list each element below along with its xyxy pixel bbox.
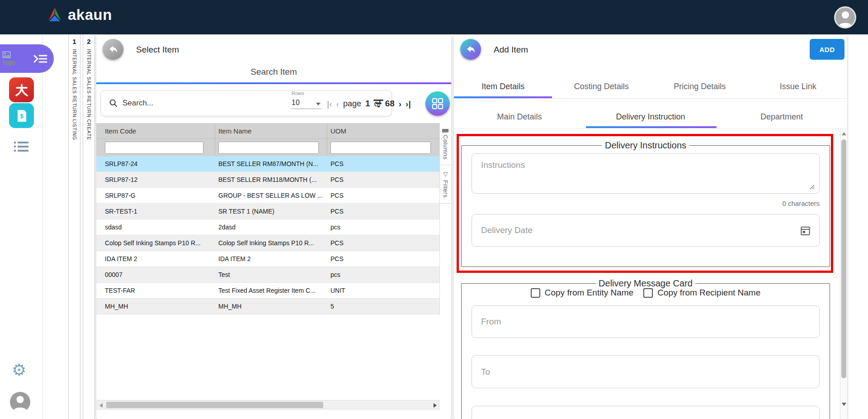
to-input[interactable] bbox=[481, 367, 810, 377]
chevron-down-icon bbox=[316, 103, 321, 105]
previous-page-icon[interactable]: ‹ bbox=[336, 100, 339, 108]
app-icon-red[interactable] bbox=[9, 77, 34, 102]
svg-text:$: $ bbox=[20, 113, 24, 119]
grid-view-button[interactable] bbox=[425, 91, 450, 116]
back-button[interactable] bbox=[103, 39, 123, 60]
column-header-item-name[interactable]: Item Name bbox=[215, 127, 327, 135]
horizontal-scroll-thumb[interactable] bbox=[106, 402, 323, 408]
of-word: of bbox=[374, 99, 381, 109]
scroll-right-icon[interactable] bbox=[434, 403, 437, 408]
brand-logo: akaun bbox=[46, 6, 112, 24]
detail-tabs: Item Details Costing Details Pricing Det… bbox=[454, 79, 847, 98]
table-row[interactable]: Colop Self Inking Stamps P10 R... Colop … bbox=[96, 235, 439, 251]
cell-item-code: SRLP87-12 bbox=[96, 176, 215, 183]
dollar-document-icon: $ bbox=[16, 109, 28, 123]
table-row[interactable]: SR-TEST-1 SR TEST 1 (NAME) PCS bbox=[96, 204, 439, 219]
page-word: page bbox=[343, 99, 361, 109]
rows-per-page-select[interactable]: Rows 10 bbox=[292, 90, 321, 109]
add-button[interactable]: ADD bbox=[810, 39, 844, 60]
scroll-down-icon[interactable] bbox=[842, 403, 846, 406]
filter-input-item-name[interactable] bbox=[218, 142, 319, 154]
to-field[interactable] bbox=[472, 355, 820, 388]
sidebar-profile-icon[interactable] bbox=[10, 392, 30, 412]
vertical-scrollbar[interactable] bbox=[840, 129, 847, 419]
brand-name: akaun bbox=[68, 6, 112, 24]
rows-value: 10 bbox=[292, 99, 300, 107]
list-menu-icon[interactable] bbox=[13, 140, 29, 155]
copy-options-row: Copy from Entity Name Copy from Recipien… bbox=[461, 288, 830, 298]
calendar-icon[interactable] bbox=[800, 225, 811, 236]
cell-item-code: sdasd bbox=[96, 224, 215, 231]
table-side-tools: |||| Columns ▽ Filters bbox=[440, 123, 451, 263]
message-field-partial[interactable] bbox=[472, 406, 820, 419]
search-icon bbox=[109, 99, 118, 108]
tab-issue-link[interactable]: Issue Link bbox=[749, 79, 848, 98]
subtab-department[interactable]: Department bbox=[716, 109, 847, 127]
nav-tab-internal-sales-return-create[interactable]: 2 INTERNAL SALES RETURN CREATE bbox=[83, 34, 95, 419]
columns-tool-button[interactable]: |||| Columns bbox=[440, 123, 451, 165]
cell-uom: PCS bbox=[327, 208, 440, 215]
filters-tool-button[interactable]: ▽ Filters bbox=[440, 165, 451, 204]
delivery-date-field[interactable] bbox=[472, 214, 820, 247]
copy-from-entity-name-option[interactable]: Copy from Entity Name bbox=[531, 288, 633, 298]
last-page-icon[interactable]: ›| bbox=[406, 100, 411, 108]
column-separator bbox=[327, 123, 327, 156]
app-icon-invoice[interactable]: $ bbox=[9, 103, 34, 128]
brand-triangle-icon bbox=[46, 7, 63, 23]
collapse-menu-icon[interactable] bbox=[33, 53, 47, 64]
tab-search-item[interactable]: Search Item bbox=[96, 67, 451, 77]
nav-tab-label: INTERNAL SALES RETURN LISTING bbox=[72, 49, 77, 140]
cell-item-name: Colop Self Inking Stamps P10 R... bbox=[215, 239, 327, 247]
cell-uom: PCS bbox=[327, 192, 440, 199]
tab-costing-details[interactable]: Costing Details bbox=[552, 79, 651, 98]
checkbox-icon[interactable] bbox=[643, 288, 653, 298]
grid-icon bbox=[432, 98, 443, 110]
column-header-uom[interactable]: UOM bbox=[327, 127, 440, 135]
filter-input-item-code[interactable] bbox=[105, 142, 203, 154]
cell-item-code: SRLP87-G bbox=[96, 192, 215, 199]
checkbox-label: Copy from Entity Name bbox=[545, 288, 633, 298]
horizontal-scrollbar[interactable] bbox=[97, 400, 439, 409]
scroll-up-icon[interactable] bbox=[842, 132, 846, 135]
tab-pricing-details[interactable]: Pricing Details bbox=[651, 79, 749, 98]
instructions-textarea[interactable] bbox=[481, 160, 810, 187]
table-filter-row bbox=[96, 139, 439, 156]
from-input[interactable] bbox=[481, 317, 810, 327]
scroll-left-icon[interactable] bbox=[99, 403, 103, 408]
nav-tab-number: 2 bbox=[83, 38, 94, 45]
delivery-date-input[interactable] bbox=[481, 225, 800, 235]
next-page-icon[interactable]: › bbox=[399, 100, 401, 108]
nav-tab-internal-sales-return-listing[interactable]: 1 INTERNAL SALES RETURN LISTING bbox=[68, 34, 80, 419]
table-row[interactable]: SRLP87-12 BEST SELLER RM118/MONTH (... P… bbox=[96, 172, 439, 188]
table-row[interactable]: TEST-FAR Test Fixed Asset Register Item … bbox=[96, 283, 439, 299]
table-row[interactable]: MH_MH MH_MH 5 bbox=[96, 299, 439, 314]
resize-handle-icon[interactable] bbox=[809, 184, 815, 190]
cell-item-name: Test Fixed Asset Register Item C... bbox=[215, 287, 327, 294]
subtab-delivery-instruction[interactable]: Delivery Instruction bbox=[585, 109, 716, 127]
vertical-scroll-thumb[interactable] bbox=[841, 139, 846, 378]
cell-item-code: TEST-FAR bbox=[96, 287, 215, 294]
table-row[interactable]: 00007 Test pcs bbox=[96, 267, 439, 283]
table-row[interactable]: sdasd 2dasd pcs bbox=[96, 219, 439, 235]
workspace-pill[interactable]: logo bbox=[0, 44, 54, 73]
back-button[interactable] bbox=[460, 39, 481, 60]
active-tab-underline bbox=[96, 82, 451, 84]
filter-input-uom[interactable] bbox=[330, 142, 431, 154]
column-header-item-code[interactable]: Item Code bbox=[96, 127, 215, 135]
checkbox-icon[interactable] bbox=[531, 288, 540, 298]
tab-item-details[interactable]: Item Details bbox=[454, 79, 552, 98]
from-field[interactable] bbox=[472, 305, 820, 338]
table-row[interactable]: IDA ITEM 2 IDA ITEM 2 PCS bbox=[96, 251, 439, 267]
first-page-icon[interactable]: |‹ bbox=[327, 100, 332, 108]
settings-gear-icon[interactable]: ⚙ bbox=[12, 362, 26, 378]
copy-from-recipient-name-option[interactable]: Copy from Recipient Name bbox=[643, 288, 760, 298]
table-row[interactable]: SRLP87-G GROUP - BEST SELLER AS LOW ... … bbox=[96, 188, 439, 204]
subtab-main-details[interactable]: Main Details bbox=[454, 109, 585, 127]
select-item-panel: Select Item Search Item Rows 10 |‹ ‹ pag… bbox=[96, 35, 451, 419]
table-row[interactable]: SRLP87-24 BEST SELLER RM87/MONTH (N... P… bbox=[96, 156, 439, 172]
delivery-message-card-legend: Delivery Message Card bbox=[596, 278, 695, 289]
rows-label: Rows bbox=[292, 90, 321, 96]
user-avatar[interactable] bbox=[834, 6, 856, 29]
cell-uom: PCS bbox=[327, 160, 440, 167]
instructions-field[interactable] bbox=[472, 153, 820, 194]
